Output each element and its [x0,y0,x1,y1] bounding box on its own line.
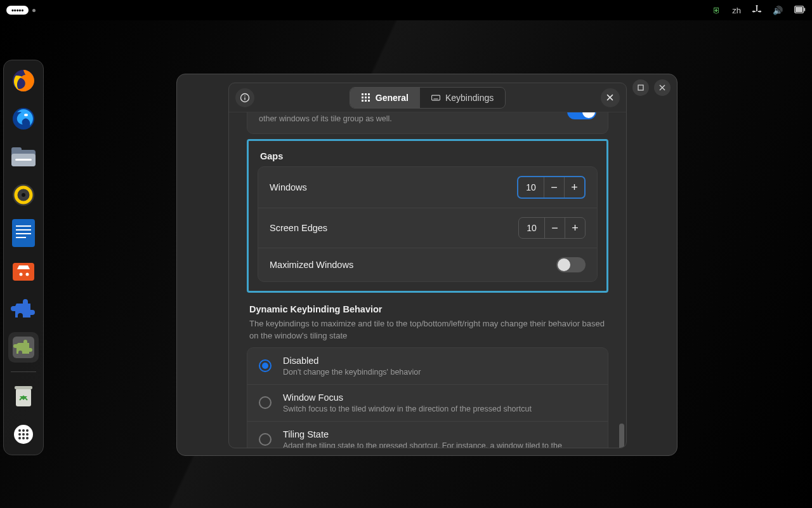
input-lang[interactable]: zh [732,6,741,15]
dialog-header: General Keybindings [229,83,626,112]
svg-rect-45 [365,93,367,95]
svg-rect-41 [638,85,643,90]
gaps-windows-label: Windows [270,182,307,192]
svg-point-33 [22,429,25,432]
tile-group-switch[interactable] [567,112,596,119]
gaps-edges-label: Screen Edges [270,223,327,233]
extensions-app-icon[interactable] [8,332,39,363]
radio-icon [259,359,272,372]
svg-rect-21 [16,225,31,227]
trash-icon[interactable] [8,381,39,411]
dyn-opt-tiling[interactable]: Tiling State Adapt the tiling state to t… [247,421,608,448]
svg-rect-53 [431,95,440,100]
svg-rect-9 [796,7,802,12]
volume-icon[interactable]: 🔊 [773,6,783,15]
svg-point-39 [22,437,25,439]
svg-point-43 [244,95,246,97]
dyn-card: Disabled Don't change the keybindings' b… [247,347,608,448]
svg-rect-48 [365,97,367,98]
dock [3,60,44,455]
gaps-windows-inc[interactable]: + [564,177,584,197]
dyn-opt-disabled-title: Disabled [283,356,421,366]
svg-rect-44 [362,93,363,95]
thunderbird-icon[interactable] [8,104,39,134]
svg-rect-30 [15,386,32,389]
svg-point-27 [26,273,29,276]
svg-rect-50 [362,100,363,102]
svg-rect-14 [11,147,22,152]
battery-icon[interactable] [794,6,806,15]
dyn-opt-focus-title: Window Focus [283,392,532,403]
svg-rect-51 [365,100,367,102]
svg-rect-16 [15,159,32,161]
svg-point-36 [22,433,25,436]
maximize-button[interactable] [632,79,649,96]
svg-point-34 [26,429,29,432]
show-apps-icon[interactable] [8,419,39,450]
files-icon[interactable] [8,142,39,172]
svg-rect-24 [16,237,26,238]
close-button[interactable] [654,79,671,96]
svg-point-40 [26,437,29,439]
tile-group-card: A tile group is created when a window ge… [247,112,608,134]
dialog-close-button[interactable] [601,88,620,107]
dyn-opt-disabled-sub: Don't change the keybindings' behavior [283,368,421,377]
gaps-edges-dec[interactable]: − [544,218,565,238]
scrollbar-thumb[interactable] [619,424,624,448]
svg-point-37 [26,433,29,436]
info-button[interactable] [235,88,254,107]
svg-rect-3 [756,8,757,11]
gaps-card: Windows − + Screen Edges − + [258,166,598,282]
svg-point-19 [22,193,25,197]
tile-group-desc: A tile group is created when a window ge… [259,112,557,124]
writer-icon[interactable] [8,218,39,248]
settings-dialog: General Keybindings A tile group is crea… [228,83,627,448]
gaps-section-highlight: Gaps Windows − + Screen Edges − + [247,139,608,293]
svg-rect-49 [368,97,370,98]
gaps-edges-row: Screen Edges − + [258,208,597,248]
svg-rect-23 [16,233,31,234]
gaps-max-switch[interactable] [556,257,586,272]
svg-point-4 [756,5,758,7]
gaps-windows-row: Windows − + [258,167,597,208]
gaps-title: Gaps [258,146,598,166]
dyn-opt-focus-sub: Switch focus to the tiled window in the … [283,404,532,413]
dyn-opt-tiling-title: Tiling State [283,429,562,439]
svg-point-32 [18,429,21,432]
view-switcher: General Keybindings [350,87,506,109]
software-icon[interactable] [8,256,39,286]
activities-pill[interactable]: ••••• [6,6,29,15]
svg-rect-22 [16,229,31,231]
dyn-title: Dynamic Keybinding Behavior [249,304,606,314]
tab-general[interactable]: General [350,88,420,108]
tab-general-label: General [376,93,409,103]
svg-point-5 [753,10,755,12]
gaps-max-row: Maximized Windows [258,248,597,281]
svg-rect-52 [368,100,370,102]
dyn-opt-tiling-sub: Adapt the tiling state to the pressed sh… [283,441,562,448]
svg-rect-46 [368,93,370,95]
dyn-opt-disabled[interactable]: Disabled Don't change the keybindings' b… [247,348,608,384]
gaps-edges-inc[interactable]: + [565,218,585,238]
workspace-dot [32,9,36,12]
top-bar: ••••• ⛨ zh 🔊 [0,0,812,20]
tab-keybindings-label: Keybindings [445,93,494,103]
shield-icon[interactable]: ⛨ [712,6,721,15]
svg-point-35 [18,433,21,436]
rhythmbox-icon[interactable] [8,180,39,210]
network-icon[interactable] [752,5,761,16]
gaps-windows-input[interactable] [518,177,544,197]
radio-icon [259,433,272,446]
extension-icon[interactable] [8,294,39,324]
svg-rect-8 [804,8,805,11]
gaps-windows-dec[interactable]: − [544,177,564,197]
svg-point-12 [24,114,28,116]
svg-point-26 [20,273,23,276]
gaps-max-label: Maximized Windows [270,260,353,270]
svg-rect-47 [362,97,363,98]
dyn-desc: The keybindings to maximize and tile to … [249,318,606,342]
tab-keybindings[interactable]: Keybindings [420,88,505,108]
firefox-icon[interactable] [8,65,39,96]
gaps-edges-input[interactable] [519,218,544,238]
dyn-opt-focus[interactable]: Window Focus Switch focus to the tiled w… [247,384,608,421]
